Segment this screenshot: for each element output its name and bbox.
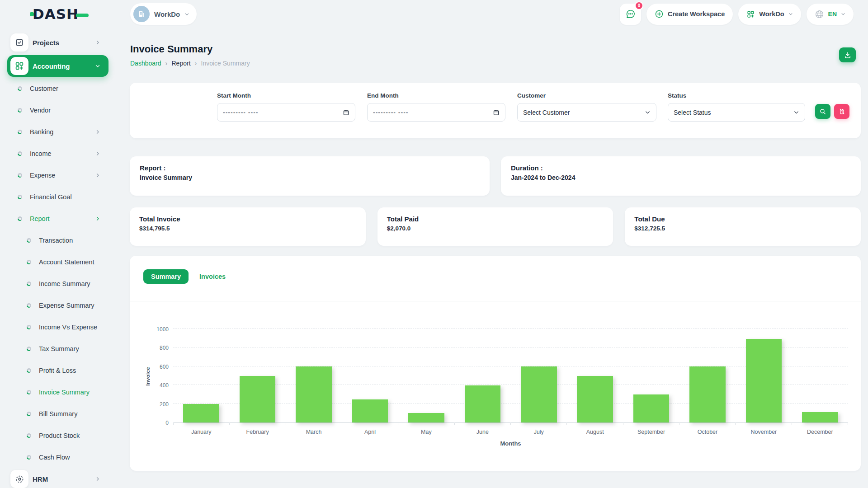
tab-invoices[interactable]: Invoices xyxy=(199,273,226,280)
sidebar-item-account-statement[interactable]: Account Statement xyxy=(0,251,115,273)
building-icon xyxy=(137,10,146,18)
bullet-icon xyxy=(18,151,22,156)
x-tick-label-august: August xyxy=(567,429,623,435)
tab-summary[interactable]: Summary xyxy=(143,269,189,284)
chevron-right-icon xyxy=(95,476,100,482)
create-workspace-button[interactable]: Create Workspace xyxy=(646,4,733,25)
breadcrumb-item-dashboard[interactable]: Dashboard xyxy=(130,60,161,67)
language-selector[interactable]: EN xyxy=(807,4,854,25)
filter-panel: Start Month --------- ---- End Month ---… xyxy=(130,83,861,138)
start-month-label: Start Month xyxy=(217,92,355,99)
y-tick-label: 0 xyxy=(165,420,169,426)
plus-circle-icon xyxy=(655,9,664,19)
apply-filter-button[interactable] xyxy=(815,104,830,119)
sidebar-item-label: Projects xyxy=(33,39,59,47)
search-icon xyxy=(819,108,826,115)
chevron-down-icon xyxy=(184,12,189,17)
sidebar-item-banking[interactable]: Banking xyxy=(0,121,115,143)
bullet-icon xyxy=(18,130,22,134)
bullet-icon xyxy=(27,412,31,416)
sidebar-item-label: Accounting xyxy=(33,62,70,70)
duration-info-card: Duration : Jan-2024 to Dec-2024 xyxy=(501,156,861,196)
sidebar-item-label: Customer xyxy=(30,85,58,92)
bullet-icon xyxy=(18,86,22,91)
sidebar-item-label: Report xyxy=(30,215,50,222)
customer-select[interactable]: Select Customer xyxy=(517,103,656,122)
sidebar-item-label: Transaction xyxy=(39,237,73,244)
bullet-icon xyxy=(18,216,22,221)
sidebar-item-label: Expense Summary xyxy=(39,302,94,309)
bar-slot-october xyxy=(679,329,736,422)
sidebar-item-report[interactable]: Report xyxy=(0,208,115,230)
status-select[interactable]: Select Status xyxy=(668,103,805,122)
calendar-icon xyxy=(343,109,349,116)
sidebar-item-projects[interactable]: Projects xyxy=(0,32,115,53)
bullet-icon xyxy=(18,108,22,113)
workspace-selector[interactable]: WorkDo xyxy=(130,3,197,25)
bar-february xyxy=(240,376,276,422)
y-tick-label: 600 xyxy=(160,364,169,370)
chevron-right-icon xyxy=(95,216,100,221)
status-label: Status xyxy=(668,92,805,99)
app-logo[interactable]: DASH xyxy=(30,6,89,22)
x-tick-label-july: July xyxy=(511,429,567,435)
messages-count-badge: 0 xyxy=(635,1,643,10)
sidebar-item-income-vs-expense[interactable]: Income Vs Expense xyxy=(0,316,115,338)
total-due-label: Total Due xyxy=(634,215,851,223)
create-workspace-label: Create Workspace xyxy=(668,10,725,18)
sidebar-nav: ProjectsAccountingCustomerVendorBankingI… xyxy=(0,28,115,488)
chat-icon xyxy=(625,9,636,19)
sidebar-item-label: Income xyxy=(30,150,52,157)
sidebar-item-customer[interactable]: Customer xyxy=(0,78,115,99)
end-month-input[interactable]: --------- ---- xyxy=(367,103,505,122)
reset-filter-button[interactable] xyxy=(834,104,849,119)
sidebar-item-label: Expense xyxy=(30,172,55,179)
breadcrumb-separator: › xyxy=(165,59,168,67)
sidebar-item-income-summary[interactable]: Income Summary xyxy=(0,273,115,295)
sidebar-item-product-stock[interactable]: Product Stock xyxy=(0,425,115,446)
sidebar-item-tax-summary[interactable]: Tax Summary xyxy=(0,338,115,360)
chevron-down-icon xyxy=(793,109,799,115)
bar-march xyxy=(296,366,332,422)
sidebar-item-cash-flow[interactable]: Cash Flow xyxy=(0,446,115,468)
sidebar-item-profit-loss[interactable]: Profit & Loss xyxy=(0,360,115,381)
language-code: EN xyxy=(828,10,837,18)
download-report-button[interactable] xyxy=(839,47,856,62)
chevron-right-icon xyxy=(95,129,100,135)
sidebar-item-vendor[interactable]: Vendor xyxy=(0,99,115,121)
chevron-right-icon xyxy=(95,151,100,156)
workdo-menu-button[interactable]: WorkDo xyxy=(738,4,801,25)
sidebar-item-transaction[interactable]: Transaction xyxy=(0,230,115,251)
sidebar-item-bill-summary[interactable]: Bill Summary xyxy=(0,403,115,425)
grid-plus-icon xyxy=(10,57,28,75)
bar-slot-november xyxy=(736,329,792,422)
sidebar-item-expense[interactable]: Expense xyxy=(0,164,115,186)
sidebar-item-label: Account Statement xyxy=(39,258,94,266)
total-paid-label: Total Paid xyxy=(387,215,604,223)
sidebar-item-hrm[interactable]: HRM xyxy=(0,468,115,488)
sidebar-item-income[interactable]: Income xyxy=(0,143,115,164)
bullet-icon xyxy=(27,260,31,264)
sidebar-item-expense-summary[interactable]: Expense Summary xyxy=(0,295,115,316)
customer-select-value: Select Customer xyxy=(523,109,570,116)
sidebar-item-label: Banking xyxy=(30,128,53,136)
x-tick-label-june: June xyxy=(454,429,510,435)
top-header: DASH WorkDo 0 Create Workspace WorkDo EN xyxy=(0,0,868,28)
workspace-avatar xyxy=(133,6,150,22)
start-month-input[interactable]: --------- ---- xyxy=(217,103,355,122)
sidebar-item-invoice-summary[interactable]: Invoice Summary xyxy=(0,381,115,403)
bullet-icon xyxy=(27,368,31,373)
customer-label: Customer xyxy=(517,92,656,99)
bar-october xyxy=(689,366,726,422)
bar-january xyxy=(183,404,219,422)
gridline xyxy=(173,328,848,329)
calendar-icon xyxy=(493,109,500,116)
sidebar-item-financial-goal[interactable]: Financial Goal xyxy=(0,186,115,208)
status-select-value: Select Status xyxy=(674,109,711,116)
messages-button[interactable]: 0 xyxy=(620,4,641,25)
sidebar-item-accounting[interactable]: Accounting xyxy=(7,55,108,77)
bar-slot-april xyxy=(342,329,398,422)
bar-slot-august xyxy=(567,329,623,422)
sidebar-item-label: HRM xyxy=(33,475,48,483)
report-info-card: Report : Invoice Summary xyxy=(130,156,490,196)
